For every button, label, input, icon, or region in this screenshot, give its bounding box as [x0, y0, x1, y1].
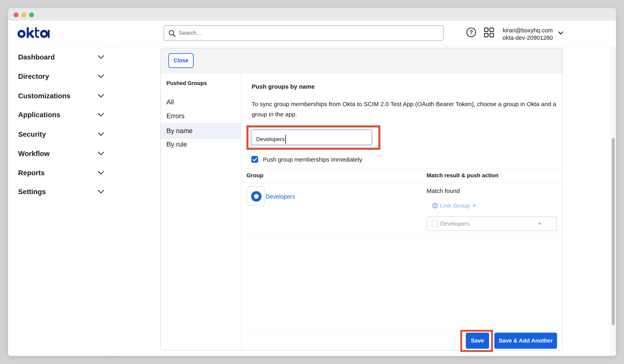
svg-text:?: ?	[469, 29, 473, 35]
